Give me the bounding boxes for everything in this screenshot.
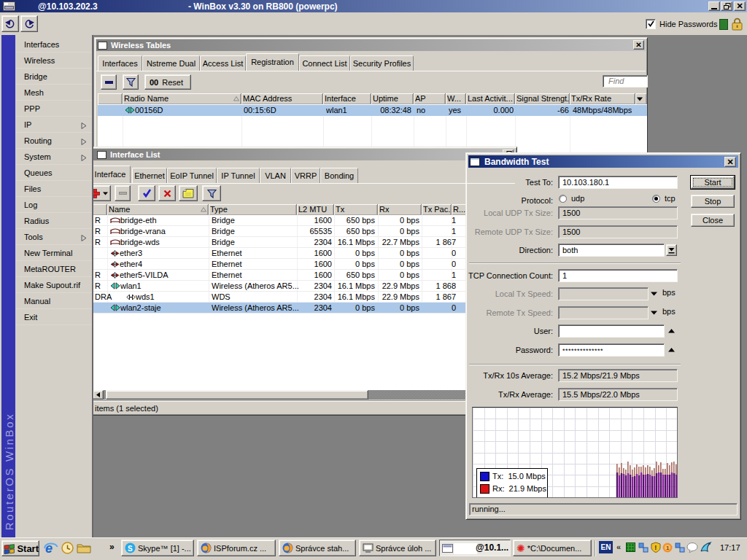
svg-text:!: ! [654, 544, 657, 551]
svg-text:S: S [128, 545, 133, 553]
svg-text:1: 1 [666, 545, 670, 551]
